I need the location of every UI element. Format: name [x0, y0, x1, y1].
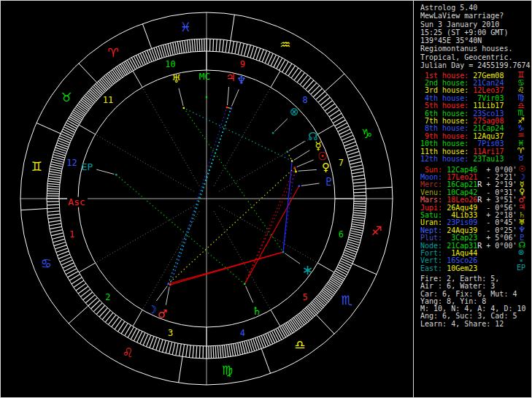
- wheel-sign-cancer: ♋: [41, 256, 52, 271]
- fort-degree-dot: [272, 132, 274, 134]
- house-row: 11th house: 11Ari17♈: [420, 148, 527, 155]
- aspect-line-merc-vert: [283, 161, 292, 252]
- house-number-7: 7: [339, 158, 344, 168]
- venu-degree-dot: [295, 171, 296, 172]
- house-row: 8th house: 21Cap24♑: [420, 125, 527, 132]
- wheel-sign-scorpio: ♏: [341, 293, 352, 307]
- astrolog-window: ♈♉♊♋♌♍♎♏♐♑♒♓123456789101112☽♂♄∗♇♀☉☿☊⊗♆♃♅…: [0, 0, 532, 398]
- wheel-sign-pisces: ♓: [180, 20, 191, 34]
- aspect-line-node-merc: [288, 152, 292, 161]
- totals-line: Learn: 4, Share: 12: [420, 321, 526, 328]
- house-row: 12th house: 23Tau13♉: [420, 155, 527, 162]
- planet-row: Fort: 1Aqu44 ⊗: [420, 249, 527, 256]
- wheel-fort-icon: ⊗: [290, 105, 299, 118]
- wheel-sign-libra: ♎: [294, 337, 305, 352]
- aspect-line-mars-nept: [170, 108, 231, 284]
- vert-degree-dot: [282, 251, 284, 253]
- house-number-12: 12: [66, 158, 77, 168]
- chart-wheel: ♈♉♊♋♌♍♎♏♐♑♒♓123456789101112☽♂♄∗♇♀☉☿☊⊗♆♃♅…: [0, 0, 414, 398]
- planet-position-list: Sun: 12Cap46 + 0°00'☉Moon: 17Leo21 - 2°2…: [420, 166, 527, 272]
- house-number-5: 5: [302, 292, 307, 302]
- jupi-degree-dot: [226, 107, 228, 108]
- house-number-4: 4: [240, 328, 245, 338]
- header-line: Sun 3 January 2010: [420, 20, 531, 28]
- wheel-sign-leo: ♌: [123, 345, 134, 360]
- asc-label: Asc: [68, 196, 85, 207]
- sidebar-divider: [413, 0, 414, 398]
- planet-row: Satu: 4Lib33 + 2°18'♄: [420, 211, 527, 218]
- house-row: 2nd house: 21Can24♋: [420, 79, 527, 86]
- satu-degree-dot: [244, 283, 245, 285]
- wheel-moon-icon: ☽: [147, 303, 157, 316]
- house-row: 3rd house: 12Leo37♌: [420, 87, 527, 94]
- moon-degree-dot: [167, 283, 169, 285]
- header-line: MewLaView marriage?: [420, 12, 531, 20]
- house-cusp-list: 1st house: 27Gem08♊ 2nd house: 21Can24♋ …: [420, 72, 527, 163]
- header-line: Tropical, Geocentric.: [420, 53, 531, 61]
- header-line: 139°45E 35°40N: [420, 37, 531, 45]
- wheel-jupi-icon: ♃: [225, 71, 235, 84]
- wheel-sign-aries: ♈: [107, 45, 118, 60]
- aspect-line-venu-satu: [244, 172, 296, 284]
- planet-row: Sun: 12Cap46 + 0°00'☉: [420, 166, 527, 173]
- aspect-line-moon-nept: [169, 108, 231, 283]
- info-sidebar: Astrolog 5.40MewLaView marriage?Sun 3 Ja…: [414, 0, 532, 398]
- house-row: 5th house: 11Lib17♎: [420, 102, 527, 110]
- wheel-east-icon: EP: [82, 161, 93, 172]
- planet-row: Jupi: 26Aqu49 - 0°56'♃: [420, 204, 527, 211]
- aspect-line-mars-jupi: [170, 107, 227, 285]
- header-line: 15:25 (ST +9:00 GMT): [420, 28, 531, 37]
- wheel-sign-capricorn: ♑: [361, 126, 372, 141]
- house-number-6: 6: [339, 229, 344, 240]
- wheel-sign-virgo: ♍: [222, 363, 233, 378]
- wheel-plut-icon: ♇: [324, 175, 334, 188]
- wheel-sign-aquarius: ♒: [280, 37, 290, 52]
- header-line: Julian Day = 2455199.7674: [420, 61, 531, 69]
- planet-row: Node: 21Cap31R + 0°00'☊: [420, 242, 527, 249]
- planet-row: Merc: 16Cap21R + 2°19'☿: [420, 181, 527, 188]
- wheel-vert-icon: ∗: [302, 261, 314, 278]
- node-degree-dot: [286, 150, 288, 152]
- house-number-9: 9: [240, 59, 245, 69]
- fort-icon: ⊗: [515, 249, 527, 256]
- sun-degree-dot: [294, 167, 296, 168]
- header-line: Astrolog 5.40: [420, 4, 531, 12]
- house-number-2: 2: [105, 292, 110, 302]
- planet-row: East: 10Gem23 EP: [420, 264, 527, 272]
- uran-degree-dot: [183, 107, 185, 109]
- east-icon: EP: [515, 264, 527, 272]
- house-number-10: 10: [165, 59, 175, 69]
- east-degree-dot: [115, 174, 117, 175]
- plut-degree-dot: [298, 185, 300, 187]
- nept-degree-dot: [230, 107, 231, 109]
- house-row: 4th house: 7Vir03♍: [420, 94, 527, 102]
- house-row: 10th house: 7Pis03♓: [420, 140, 527, 148]
- house-row: 9th house: 12Aqu37♒: [420, 132, 527, 139]
- aspect-line-satu-plut: [244, 186, 299, 284]
- planet-row: Nept: 24Aqu39 - 0°25'♆: [420, 226, 527, 234]
- planet-row: Vert: 16Sco26 ∗: [420, 257, 527, 264]
- house-number-1: 1: [69, 229, 74, 240]
- wheel-sign-taurus: ♉: [61, 90, 72, 104]
- planet-row: Moon: 17Leo21 - 2°21'☽: [420, 173, 527, 180]
- mc-degree-dot: [206, 96, 207, 98]
- aspect-line-sun-vert: [283, 168, 295, 253]
- aspect-line-east-satu: [116, 175, 244, 284]
- wheel-mars-icon: ♂: [158, 307, 167, 321]
- aspect-line-merc-uran: [184, 108, 292, 161]
- mars-degree-dot: [169, 284, 171, 286]
- chart-info-header: Astrolog 5.40MewLaView marriage?Sun 3 Ja…: [420, 4, 531, 69]
- zodiac-sign-icon: ♉: [515, 155, 527, 162]
- merc-degree-dot: [291, 160, 293, 161]
- wheel-satu-icon: ♄: [252, 305, 261, 318]
- house-row: 7th house: 27Sag08♐: [420, 117, 527, 124]
- planet-row: Venu: 10Cap42 - 0°31'♀: [420, 188, 527, 196]
- house-number-8: 8: [302, 95, 307, 105]
- house-row: 6th house: 23Sco13♏: [420, 110, 527, 117]
- aspect-line-uran-vert: [184, 108, 283, 252]
- header-line: Regiomontanus houses.: [420, 45, 531, 53]
- wheel-nept-icon: ♆: [236, 74, 246, 87]
- planet-row: Uran: 23Pis09 - 0°45'♅: [420, 219, 527, 226]
- element-totals: Fire: 2, Earth: 5,Air : 6, Water: 3Car: …: [420, 275, 526, 328]
- wheel-uran-icon: ♅: [171, 72, 181, 85]
